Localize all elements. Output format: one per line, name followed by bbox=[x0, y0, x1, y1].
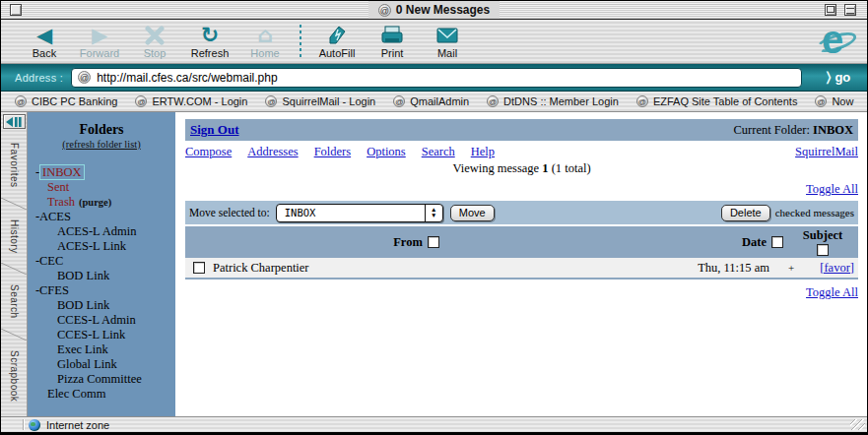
subject-column-header: Subject bbox=[791, 228, 854, 256]
folder-item-trash[interactable]: Trash(purge) bbox=[28, 195, 175, 210]
security-zone-globe-icon bbox=[29, 419, 40, 431]
folder-item-aces-l-link[interactable]: ACES-L Link bbox=[28, 239, 175, 254]
collapse-arrows-icon bbox=[6, 117, 22, 127]
move-selected-label: Move selected to: bbox=[189, 207, 270, 218]
move-folder-select[interactable]: INBOX ▲▼ bbox=[276, 204, 443, 222]
print-button[interactable]: Print bbox=[365, 23, 420, 59]
message-subject-link[interactable]: [favor] bbox=[820, 261, 854, 275]
tab-divider bbox=[1, 198, 27, 210]
sidebar-tab-scrapbook[interactable]: Scrapbook bbox=[9, 341, 20, 411]
tab-divider bbox=[1, 263, 27, 275]
nav-folders-link[interactable]: Folders bbox=[314, 145, 352, 159]
date-column-header: Date bbox=[643, 235, 791, 250]
resize-grip[interactable] bbox=[850, 419, 865, 430]
nav-compose-link[interactable]: Compose bbox=[185, 145, 232, 159]
address-input[interactable] bbox=[97, 71, 795, 85]
folders-title: Folders bbox=[28, 122, 175, 138]
sidebar-tab-search[interactable]: Search bbox=[9, 275, 20, 329]
window-titlebar[interactable]: 0 New Messages bbox=[1, 1, 867, 20]
forward-button[interactable]: ▶ Forward bbox=[72, 23, 127, 59]
favorite-item[interactable]: CIBC PC Banking bbox=[15, 95, 117, 107]
nav-addresses-link[interactable]: Addresses bbox=[247, 145, 298, 159]
folder-item-sent[interactable]: Sent bbox=[28, 180, 175, 195]
nav-options-link[interactable]: Options bbox=[367, 145, 406, 159]
webmail-nav: Compose Addresses Folders Options Search… bbox=[185, 145, 858, 159]
folders-panel: Folders (refresh folder list) -INBOX Sen… bbox=[28, 112, 175, 416]
content-area: Favorites History Search Scrapbook Folde… bbox=[1, 112, 867, 416]
refresh-button[interactable]: ↻ Refresh bbox=[182, 23, 237, 59]
favorite-item[interactable]: QmailAdmin bbox=[393, 95, 469, 107]
address-bar: Address : 〉 go bbox=[1, 64, 867, 92]
home-icon: ⌂ bbox=[257, 23, 273, 47]
squirrelmail-link[interactable]: SquirrelMail bbox=[795, 145, 858, 159]
select-arrows-icon: ▲▼ bbox=[425, 205, 442, 221]
favorite-at-icon bbox=[636, 95, 648, 107]
folder-item-cces-l-admin[interactable]: CCES-L Admin bbox=[28, 313, 175, 328]
toolbar-divider bbox=[299, 25, 301, 58]
address-label: Address : bbox=[15, 72, 63, 84]
windowshade-box-icon[interactable] bbox=[844, 4, 856, 16]
address-field[interactable] bbox=[71, 68, 802, 88]
zoom-box-icon[interactable] bbox=[825, 4, 836, 16]
folder-item-cces-l-link[interactable]: CCES-L Link bbox=[28, 328, 175, 342]
message-row[interactable]: Patrick Charpentier Thu, 11:15 am + [fav… bbox=[185, 258, 858, 278]
favorite-at-icon bbox=[265, 95, 277, 107]
back-button[interactable]: ◀ Back bbox=[17, 23, 72, 59]
folder-item-global-link[interactable]: Global Link bbox=[28, 357, 175, 372]
message-from: Patrick Charpentier bbox=[213, 261, 645, 276]
favorite-item[interactable]: EZFAQ Site Table of Contents bbox=[636, 95, 798, 107]
page-at-icon bbox=[378, 4, 391, 17]
favorite-item[interactable]: Now bbox=[815, 95, 853, 107]
folder-item-aces[interactable]: -ACES bbox=[28, 210, 175, 224]
home-button[interactable]: ⌂ Home bbox=[237, 23, 293, 59]
delete-button[interactable]: Delete bbox=[721, 205, 770, 221]
favorite-item[interactable]: SquirrelMail - Login bbox=[265, 95, 375, 107]
stop-button[interactable]: Stop bbox=[127, 23, 182, 59]
folder-item-aces-l-admin[interactable]: ACES-L Admin bbox=[28, 224, 175, 239]
mail-button[interactable]: Mail bbox=[420, 23, 475, 59]
folder-list: -INBOX Sent Trash(purge) -ACES ACES-L Ad… bbox=[28, 165, 175, 402]
back-icon: ◀ bbox=[36, 23, 52, 47]
window-title-area: 0 New Messages bbox=[368, 1, 500, 19]
print-icon bbox=[380, 23, 404, 47]
url-at-icon bbox=[78, 71, 91, 84]
tab-divider bbox=[1, 329, 27, 341]
autofill-button[interactable]: AutoFill bbox=[309, 23, 365, 59]
nav-search-link[interactable]: Search bbox=[422, 145, 455, 159]
from-sort-checkbox[interactable] bbox=[428, 236, 439, 248]
zone-label: Internet zone bbox=[46, 419, 109, 431]
sign-out-link[interactable]: Sign Out bbox=[190, 122, 239, 138]
folder-item-pizza-committee[interactable]: Pizza Committee bbox=[28, 372, 175, 387]
refresh-folder-list-link[interactable]: (refresh folder list) bbox=[28, 139, 175, 150]
date-sort-checkbox[interactable] bbox=[771, 236, 783, 248]
go-button[interactable]: 〉 go bbox=[810, 64, 867, 91]
folder-item-exec-link[interactable]: Exec Link bbox=[28, 342, 175, 357]
toggle-all-top-link[interactable]: Toggle All bbox=[806, 182, 858, 196]
favorite-at-icon bbox=[487, 95, 499, 107]
folder-item-inbox[interactable]: -INBOX bbox=[28, 165, 175, 180]
favorite-item[interactable]: ERTW.COM - Login bbox=[135, 95, 247, 107]
browser-window: 0 New Messages ◀ Back ▶ Forward Stop ↻ R… bbox=[0, 0, 868, 435]
folder-item-elec-comm[interactable]: Elec Comm bbox=[28, 387, 175, 402]
message-checkbox[interactable] bbox=[193, 262, 205, 274]
toggle-all-bottom-link[interactable]: Toggle All bbox=[806, 285, 858, 299]
nav-help-link[interactable]: Help bbox=[471, 145, 495, 159]
autofill-icon bbox=[326, 23, 348, 47]
favorite-item[interactable]: DtDNS :: Member Login bbox=[487, 95, 619, 107]
sidebar-tab-strip: Favorites History Search Scrapbook bbox=[1, 112, 28, 416]
sidebar-tab-favorites[interactable]: Favorites bbox=[9, 133, 20, 198]
sidebar-tab-history[interactable]: History bbox=[9, 210, 20, 264]
favorites-bar: CIBC PC Banking ERTW.COM - Login Squirre… bbox=[1, 92, 867, 112]
folder-item-bod-link-2[interactable]: BOD Link bbox=[28, 298, 175, 313]
close-box-icon[interactable] bbox=[10, 4, 22, 16]
folder-item-cec[interactable]: -CEC bbox=[28, 254, 175, 269]
internet-explorer-logo-icon: e bbox=[816, 21, 859, 62]
folder-item-bod-link[interactable]: BOD Link bbox=[28, 269, 175, 283]
subject-sort-checkbox[interactable] bbox=[817, 244, 829, 256]
move-button[interactable]: Move bbox=[450, 205, 495, 221]
folder-item-cfes[interactable]: -CFES bbox=[28, 283, 175, 298]
browser-toolbar: ◀ Back ▶ Forward Stop ↻ Refresh ⌂ Home bbox=[1, 20, 867, 64]
collapse-sidebar-button[interactable] bbox=[3, 114, 26, 129]
purge-link[interactable]: (purge) bbox=[79, 197, 111, 208]
favorite-at-icon bbox=[815, 95, 827, 107]
